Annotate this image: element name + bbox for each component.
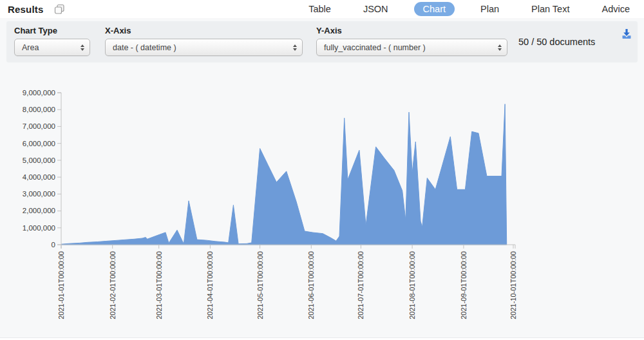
x-tick-label-group: 2021-08-01T00:00:00 <box>408 251 416 319</box>
y-tick-label: 0 <box>52 241 55 249</box>
x-tick-label-group: 2021-09-01T00:00:00 <box>460 251 468 319</box>
y-axis-control: Y-Axis fully_vaccinated - ( number ) <box>316 26 507 56</box>
y-tick-label: 2,000,000 <box>23 207 55 214</box>
chart-type-control: Chart Type Area <box>14 26 90 56</box>
x-tick-label: 2021-07-01T00:00:00 <box>357 251 365 319</box>
x-tick-label-group: 2021-03-01T00:00:00 <box>155 251 163 319</box>
tab-table[interactable]: Table <box>302 2 337 16</box>
x-axis-line <box>61 245 515 249</box>
chart-controls-panel: Chart Type Area X-Axis date - ( datetime… <box>6 21 638 62</box>
y-tick-label: 8,000,000 <box>23 106 55 113</box>
x-axis-label: X-Axis <box>105 26 303 35</box>
x-axis-value: date - ( datetime ) <box>113 43 176 52</box>
copy-pages-icon <box>54 4 65 15</box>
documents-count: 50 / 50 documents <box>518 21 595 62</box>
y-axis-value: fully_vaccinated - ( number ) <box>324 43 426 52</box>
results-header: Results Table JSON Chart Plan Plan Text … <box>0 0 644 18</box>
tab-json[interactable]: JSON <box>357 2 395 16</box>
y-tick-label: 5,000,000 <box>23 156 55 164</box>
chart-type-select[interactable]: Area <box>14 39 90 56</box>
y-tick-label: 9,000,000 <box>23 89 55 97</box>
x-tick-label: 2021-05-01T00:00:00 <box>256 251 264 319</box>
chart-type-label: Chart Type <box>14 26 90 35</box>
x-axis-control: X-Axis date - ( datetime ) <box>105 26 303 56</box>
y-axis: 01,000,0002,000,0003,000,0004,000,0005,0… <box>23 89 61 249</box>
x-tick-label-group: 2021-07-01T00:00:00 <box>357 251 365 319</box>
x-tick-label-group: 2021-10-01T00:00:00 <box>509 251 517 319</box>
x-tick-label-group: 2021-05-01T00:00:00 <box>256 251 264 319</box>
up-down-stepper-icon <box>293 44 297 51</box>
up-down-stepper-icon <box>80 44 84 51</box>
x-tick-label: 2021-09-01T00:00:00 <box>460 251 468 319</box>
x-axis: 2021-01-01T00:00:002021-02-01T00:00:0020… <box>57 245 517 319</box>
x-tick-label-group: 2021-02-01T00:00:00 <box>109 251 117 319</box>
x-tick-label-group: 2021-04-01T00:00:00 <box>206 251 214 319</box>
area-chart: 01,000,0002,000,0003,000,0004,000,0005,0… <box>0 82 644 337</box>
y-tick-label: 7,000,000 <box>23 122 55 130</box>
x-tick-label-group: 2021-01-01T00:00:00 <box>57 251 65 319</box>
y-tick-label: 6,000,000 <box>23 140 55 147</box>
x-tick-label: 2021-10-01T00:00:00 <box>509 251 517 319</box>
download-results-button[interactable] <box>621 28 632 42</box>
tab-advice[interactable]: Advice <box>595 2 636 16</box>
tab-plan-text[interactable]: Plan Text <box>525 2 576 16</box>
y-tick-label: 3,000,000 <box>23 190 55 198</box>
y-tick-label: 4,000,000 <box>23 173 55 181</box>
x-tick-label: 2021-04-01T00:00:00 <box>206 251 214 319</box>
x-tick-label: 2021-03-01T00:00:00 <box>155 251 163 319</box>
tab-chart[interactable]: Chart <box>414 2 455 16</box>
copy-results-icon[interactable] <box>54 4 65 15</box>
y-axis-line <box>57 93 61 245</box>
x-axis-select[interactable]: date - ( datetime ) <box>105 39 303 56</box>
x-tick-label: 2021-02-01T00:00:00 <box>109 251 117 319</box>
results-tab-bar: Table JSON Chart Plan Plan Text Advice <box>283 2 636 16</box>
x-tick-label: 2021-06-01T00:00:00 <box>307 251 315 319</box>
chart-type-value: Area <box>22 43 39 52</box>
download-icon <box>621 28 632 39</box>
x-tick-label: 2021-01-01T00:00:00 <box>57 251 65 319</box>
y-axis-label: Y-Axis <box>316 26 507 35</box>
up-down-stepper-icon <box>498 44 502 51</box>
area-chart-container[interactable]: 01,000,0002,000,0003,000,0004,000,0005,0… <box>0 82 644 337</box>
area-series <box>61 104 507 245</box>
y-tick-label: 1,000,000 <box>23 224 55 232</box>
x-tick-label-group: 2021-06-01T00:00:00 <box>307 251 315 319</box>
y-axis-select[interactable]: fully_vaccinated - ( number ) <box>316 39 507 56</box>
tab-plan[interactable]: Plan <box>474 2 506 16</box>
x-tick-label: 2021-08-01T00:00:00 <box>408 251 416 319</box>
page-title: Results <box>8 4 44 15</box>
results-content: Chart Type Area X-Axis date - ( datetime… <box>0 18 644 338</box>
